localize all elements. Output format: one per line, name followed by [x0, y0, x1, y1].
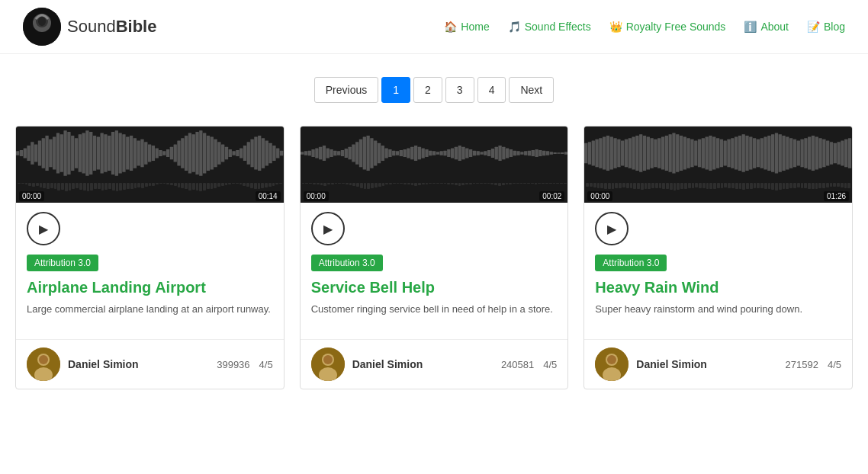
svg-rect-28	[104, 134, 107, 172]
svg-rect-127	[469, 149, 472, 157]
svg-rect-159	[588, 142, 591, 165]
svg-rect-176	[651, 138, 654, 168]
logo-image	[23, 8, 61, 46]
svg-rect-207	[764, 137, 767, 170]
svg-rect-38	[140, 139, 143, 167]
page-1-button[interactable]: 1	[381, 77, 410, 103]
svg-rect-4	[16, 151, 19, 155]
play-button-3[interactable]: ▶	[595, 212, 628, 245]
nav-sound-effects[interactable]: 🎵 Sound Effects	[508, 21, 591, 33]
sound-desc-3: Super heavy rainstorm and wind pouring d…	[595, 303, 841, 316]
svg-rect-133	[490, 149, 493, 158]
svg-rect-58	[214, 139, 217, 167]
play-area-1: ▶	[16, 203, 284, 255]
svg-rect-19	[71, 136, 74, 171]
svg-rect-137	[506, 148, 509, 158]
svg-rect-149	[549, 152, 552, 154]
svg-rect-138	[509, 149, 512, 157]
sound-title-2[interactable]: Service Bell Help	[311, 279, 558, 296]
svg-rect-188	[694, 141, 697, 166]
svg-rect-12	[45, 136, 48, 171]
svg-rect-132	[487, 150, 490, 156]
svg-rect-184	[680, 136, 683, 171]
svg-rect-75	[276, 148, 279, 158]
svg-rect-39	[144, 142, 147, 165]
nav: 🏠 Home 🎵 Sound Effects 👑 Royalty Free So…	[444, 21, 845, 33]
stats-3: 271592 4/5	[786, 359, 841, 370]
svg-rect-222	[819, 138, 822, 168]
waveform-2[interactable]: 00:00 00:02	[301, 127, 568, 203]
svg-rect-180	[665, 136, 668, 171]
waveform-svg-1	[16, 127, 284, 180]
svg-rect-7	[27, 146, 30, 161]
play-button-1[interactable]: ▶	[27, 212, 60, 245]
card-body-3: Attribution 3.0 Heavy Rain Wind Super he…	[584, 255, 852, 339]
svg-rect-117	[432, 151, 436, 155]
logo[interactable]: SoundBible	[23, 8, 156, 46]
svg-rect-131	[484, 151, 487, 155]
waveform-svg-3	[584, 127, 852, 180]
svg-rect-197	[728, 139, 731, 167]
svg-rect-144	[531, 150, 534, 156]
page-3-button[interactable]: 3	[445, 77, 474, 103]
sound-title-1[interactable]: Airplane Landing Airport	[27, 279, 273, 296]
svg-rect-198	[731, 138, 734, 168]
svg-rect-95	[352, 144, 355, 162]
page-2-button[interactable]: 2	[413, 77, 442, 103]
svg-rect-27	[100, 133, 103, 174]
sound-title-3[interactable]: Heavy Rain Wind	[595, 279, 841, 296]
stats-1: 399936 4/5	[217, 359, 272, 370]
svg-rect-153	[564, 152, 567, 154]
svg-rect-36	[133, 138, 137, 168]
svg-rect-48	[177, 141, 180, 166]
waveform-1[interactable]: 00:00 00:14	[16, 127, 284, 203]
svg-rect-112	[414, 146, 417, 161]
svg-rect-212	[783, 136, 786, 171]
svg-rect-114	[421, 148, 424, 158]
stats-2: 240581 4/5	[501, 359, 557, 370]
nav-blog[interactable]: 📝 Blog	[807, 21, 845, 33]
nav-about[interactable]: ℹ️ About	[744, 21, 789, 33]
svg-rect-6	[24, 148, 27, 158]
svg-rect-76	[280, 151, 283, 156]
reflection-2	[301, 183, 568, 203]
waveform-3[interactable]: 00:00 01:26	[584, 127, 852, 203]
play-area-3: ▶	[584, 203, 852, 255]
rating-1: 4/5	[259, 359, 273, 370]
nav-home[interactable]: 🏠 Home	[444, 21, 489, 33]
svg-rect-230	[848, 138, 851, 168]
svg-rect-204	[753, 138, 756, 168]
svg-rect-13	[49, 139, 52, 167]
svg-rect-213	[786, 137, 789, 170]
svg-rect-196	[724, 141, 727, 166]
next-button[interactable]: Next	[509, 77, 554, 103]
play-button-2[interactable]: ▶	[311, 212, 345, 245]
svg-rect-5	[20, 150, 23, 156]
svg-rect-113	[417, 147, 420, 160]
svg-rect-63	[232, 151, 235, 155]
svg-rect-102	[378, 143, 381, 163]
svg-rect-124	[458, 146, 461, 161]
page-4-button[interactable]: 4	[477, 77, 506, 103]
svg-rect-218	[805, 138, 808, 168]
svg-rect-182	[673, 133, 676, 174]
svg-rect-89	[330, 149, 333, 157]
svg-rect-45	[166, 149, 169, 157]
card-footer-3: Daniel Simion 271592 4/5	[584, 339, 852, 389]
svg-rect-22	[82, 133, 85, 174]
svg-rect-83	[307, 151, 310, 156]
prev-button[interactable]: Previous	[314, 77, 378, 103]
nav-royalty-free[interactable]: 👑 Royalty Free Sounds	[609, 21, 726, 33]
svg-rect-111	[410, 147, 413, 160]
badge-2: Attribution 3.0	[311, 255, 383, 271]
svg-rect-172	[636, 136, 639, 171]
svg-rect-60	[221, 144, 224, 162]
svg-rect-37	[137, 141, 140, 166]
svg-rect-223	[823, 139, 826, 167]
time-start-3: 00:00	[587, 191, 612, 201]
avatar-img-2	[311, 347, 345, 381]
svg-rect-203	[750, 137, 753, 170]
svg-rect-90	[333, 151, 336, 156]
svg-rect-211	[779, 134, 782, 172]
svg-rect-134	[494, 147, 497, 160]
